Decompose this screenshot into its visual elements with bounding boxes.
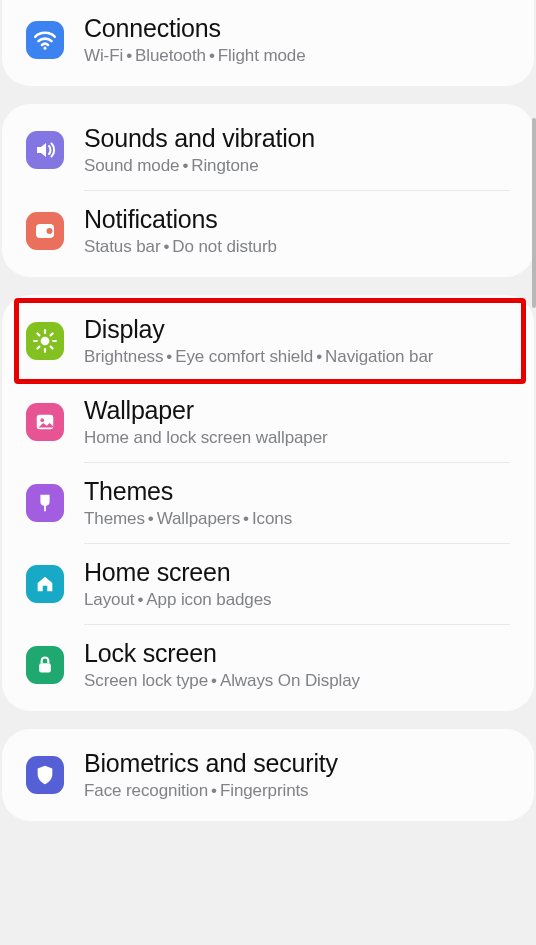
settings-group: Sounds and vibrationSound mode•RingtoneN… bbox=[2, 104, 534, 277]
settings-group: ConnectionsWi-Fi•Bluetooth•Flight mode bbox=[2, 0, 534, 86]
settings-group: DisplayBrightness•Eye comfort shield•Nav… bbox=[2, 295, 534, 711]
settings-row-connections[interactable]: ConnectionsWi-Fi•Bluetooth•Flight mode bbox=[2, 0, 534, 80]
svg-point-13 bbox=[40, 418, 44, 422]
row-subtitle: Layout•App icon badges bbox=[84, 590, 516, 610]
row-title: Notifications bbox=[84, 205, 516, 234]
row-title: Biometrics and security bbox=[84, 749, 516, 778]
row-title: Connections bbox=[84, 14, 516, 43]
sound-icon bbox=[26, 131, 64, 169]
svg-line-10 bbox=[37, 347, 39, 349]
settings-row-lockscreen[interactable]: Lock screenScreen lock type•Always On Di… bbox=[2, 625, 534, 705]
row-subtitle: Status bar•Do not disturb bbox=[84, 237, 516, 257]
settings-row-wallpaper[interactable]: WallpaperHome and lock screen wallpaper bbox=[2, 382, 534, 462]
settings-row-themes[interactable]: ThemesThemes•Wallpapers•Icons bbox=[2, 463, 534, 543]
settings-group: Biometrics and securityFace recognition•… bbox=[2, 729, 534, 821]
settings-row-display[interactable]: DisplayBrightness•Eye comfort shield•Nav… bbox=[2, 301, 534, 381]
svg-line-9 bbox=[51, 347, 53, 349]
row-subtitle: Home and lock screen wallpaper bbox=[84, 428, 516, 448]
svg-rect-14 bbox=[39, 663, 51, 672]
row-subtitle: Wi-Fi•Bluetooth•Flight mode bbox=[84, 46, 516, 66]
notif-icon bbox=[26, 212, 64, 250]
row-subtitle: Brightness•Eye comfort shield•Navigation… bbox=[84, 347, 516, 367]
svg-point-0 bbox=[43, 47, 46, 50]
settings-row-homescreen[interactable]: Home screenLayout•App icon badges bbox=[2, 544, 534, 624]
row-title: Lock screen bbox=[84, 639, 516, 668]
row-title: Themes bbox=[84, 477, 516, 506]
row-subtitle: Sound mode•Ringtone bbox=[84, 156, 516, 176]
svg-point-2 bbox=[47, 228, 53, 234]
shield-icon bbox=[26, 756, 64, 794]
row-title: Display bbox=[84, 315, 516, 344]
row-title: Home screen bbox=[84, 558, 516, 587]
settings-row-biometrics[interactable]: Biometrics and securityFace recognition•… bbox=[2, 735, 534, 815]
row-title: Sounds and vibration bbox=[84, 124, 516, 153]
svg-point-3 bbox=[41, 337, 50, 346]
row-title: Wallpaper bbox=[84, 396, 516, 425]
row-subtitle: Themes•Wallpapers•Icons bbox=[84, 509, 516, 529]
brightness-icon bbox=[26, 322, 64, 360]
settings-row-sounds[interactable]: Sounds and vibrationSound mode•Ringtone bbox=[2, 110, 534, 190]
lock-icon bbox=[26, 646, 64, 684]
home-icon bbox=[26, 565, 64, 603]
svg-line-11 bbox=[51, 333, 53, 335]
row-subtitle: Face recognition•Fingerprints bbox=[84, 781, 516, 801]
picture-icon bbox=[26, 403, 64, 441]
row-subtitle: Screen lock type•Always On Display bbox=[84, 671, 516, 691]
svg-line-8 bbox=[37, 333, 39, 335]
settings-row-notifications[interactable]: NotificationsStatus bar•Do not disturb bbox=[2, 191, 534, 271]
scroll-indicator bbox=[532, 118, 536, 308]
brush-icon bbox=[26, 484, 64, 522]
wifi-icon bbox=[26, 21, 64, 59]
